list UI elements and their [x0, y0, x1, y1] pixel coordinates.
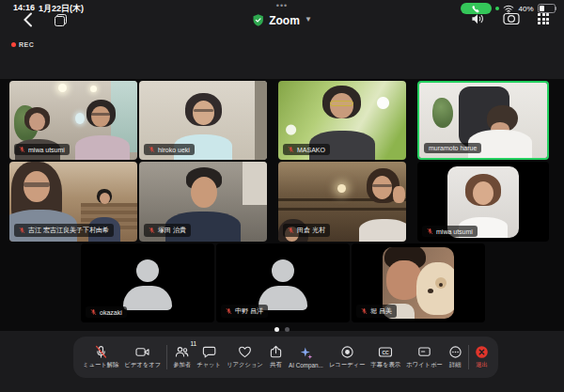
participant-name-pill: muramoto harue	[424, 143, 481, 153]
ipad-zoom-call-screen: 14:16 1月22日(木) ••• 40% Zoom ▼ REC	[0, 0, 564, 392]
flip-camera-button[interactable]	[503, 12, 520, 25]
video-tile[interactable]: 中野 昌洋	[216, 243, 350, 322]
participant-name-pill: miwa utsumi	[422, 226, 478, 237]
mic-indicator-dot-icon	[495, 7, 499, 10]
participant-name-pill: hiroko ueki	[144, 144, 195, 155]
video-tile[interactable]: miwa utsumi	[9, 81, 137, 160]
muted-mic-icon	[19, 227, 25, 234]
record-dot-icon	[11, 42, 16, 47]
recording-label: REC	[19, 41, 34, 48]
whiteboard-icon	[417, 345, 431, 359]
participant-name: okazaki	[100, 309, 122, 316]
toolbar-label: ホワイトボー	[406, 361, 443, 369]
toolbar-label: AI Compan...	[289, 362, 323, 368]
gallery-view-button[interactable]	[538, 13, 549, 24]
more-ellipsis-icon	[448, 345, 462, 359]
page-indicator	[274, 327, 290, 332]
participant-name: 塚田 治貴	[158, 226, 186, 235]
multitask-dots-icon: •••	[276, 1, 288, 10]
participants-count-badge: 11	[190, 340, 196, 347]
page-dot-active	[274, 327, 279, 332]
nav-right-cluster	[470, 12, 549, 25]
shield-check-icon	[252, 13, 264, 27]
participant-name-pill: 吉江 宏吉江良美子下村由希	[14, 224, 114, 237]
status-time: 14:16	[13, 3, 35, 12]
heart-icon	[238, 345, 252, 359]
share-arrow-icon	[269, 345, 283, 359]
muted-mic-icon	[361, 307, 368, 315]
video-tile[interactable]: 田倉 光村	[278, 162, 406, 242]
participant-name: miwa utsumi	[436, 228, 473, 235]
unmute-button[interactable]: ミュート解除	[83, 345, 118, 369]
video-tile[interactable]: MASAKO	[278, 81, 406, 160]
participant-name: muramoto harue	[429, 145, 477, 151]
muted-mic-icon	[427, 227, 433, 235]
muted-mic-icon	[149, 227, 155, 234]
page-dot	[285, 327, 290, 332]
avatar-silhouette-icon	[272, 259, 294, 282]
leave-x-icon	[475, 345, 489, 359]
toolbar-divider	[468, 345, 469, 369]
closed-captions-icon: CC	[378, 345, 393, 359]
participant-name-pill: 塚田 治貴	[144, 224, 191, 237]
participant-name: MASAKO	[297, 147, 325, 153]
mic-off-icon	[94, 345, 108, 359]
toolbar-label: ビデオをオフ	[124, 361, 161, 369]
toolbar-label: 共有	[270, 361, 282, 369]
participants-button[interactable]: 11 参加者	[173, 345, 191, 369]
toolbar-label: 参加者	[173, 361, 191, 369]
muted-mic-icon	[288, 227, 294, 234]
muted-mic-icon	[149, 146, 155, 153]
video-tile[interactable]: 塚田 治貴	[139, 162, 267, 242]
participant-name-pill: 堀 昌美	[356, 305, 397, 318]
participant-name-pill: 田倉 光村	[283, 224, 330, 237]
whiteboard-button[interactable]: ホワイトボー	[406, 345, 443, 369]
chevron-left-icon	[23, 12, 33, 27]
participant-name: 中野 昌洋	[235, 306, 263, 316]
recording-button[interactable]: レコーディー	[329, 345, 365, 369]
participant-name-pill: MASAKO	[283, 144, 330, 155]
speaker-button[interactable]	[470, 12, 485, 25]
chat-button[interactable]: チャット	[196, 345, 221, 369]
video-tile[interactable]: miwa utsumi	[417, 162, 549, 242]
captions-button[interactable]: CC 字幕を表示	[370, 345, 400, 369]
participant-name: 堀 昌美	[370, 306, 392, 316]
meeting-info-dropdown[interactable]: Zoom ▼	[252, 13, 312, 27]
video-tile[interactable]: 堀 昌美	[352, 243, 485, 322]
video-tile[interactable]: 吉江 宏吉江良美子下村由希	[9, 162, 137, 242]
video-camera-icon	[135, 345, 149, 359]
participant-name-pill: 中野 昌洋	[221, 305, 268, 318]
back-button[interactable]	[23, 12, 33, 31]
ai-companion-button[interactable]: AI Compan...	[289, 346, 323, 368]
chevron-down-icon: ▼	[305, 15, 312, 24]
toolbar-label: 退出	[476, 361, 488, 369]
video-tile-active-speaker[interactable]: muramoto harue	[417, 81, 549, 160]
participant-name: hiroko ueki	[158, 147, 190, 153]
video-tile[interactable]: okazaki	[81, 243, 214, 322]
app-switcher-button[interactable]	[55, 14, 67, 26]
svg-text:CC: CC	[383, 350, 390, 355]
share-button[interactable]: 共有	[269, 345, 283, 369]
chat-bubble-icon	[202, 345, 216, 359]
ai-sparkle-icon	[299, 346, 313, 360]
toolbar-label: リアクション	[227, 361, 263, 369]
toolbar-label: レコーディー	[329, 361, 365, 369]
leave-meeting-button[interactable]: 退出	[475, 345, 489, 369]
video-tile[interactable]: hiroko ueki	[139, 81, 267, 160]
muted-mic-icon	[226, 307, 232, 315]
video-toggle-button[interactable]: ビデオをオフ	[124, 345, 161, 369]
reactions-button[interactable]: リアクション	[227, 345, 263, 369]
meeting-title: Zoom	[269, 14, 300, 27]
more-button[interactable]: 詳細	[448, 345, 462, 369]
participant-name: miwa utsumi	[28, 147, 65, 153]
record-circle-icon	[340, 345, 354, 359]
participant-name-pill: miwa utsumi	[14, 144, 70, 155]
toolbar-label: 字幕を表示	[370, 361, 400, 369]
toolbar-label: ミュート解除	[83, 361, 118, 369]
participant-name: 吉江 宏吉江良美子下村由希	[28, 226, 109, 235]
toolbar-label: 詳細	[449, 361, 462, 369]
video-grid: miwa utsumi hiroko ueki	[0, 79, 564, 331]
participant-name: 田倉 光村	[297, 226, 325, 235]
muted-mic-icon	[19, 146, 25, 153]
recording-indicator: REC	[11, 41, 34, 48]
